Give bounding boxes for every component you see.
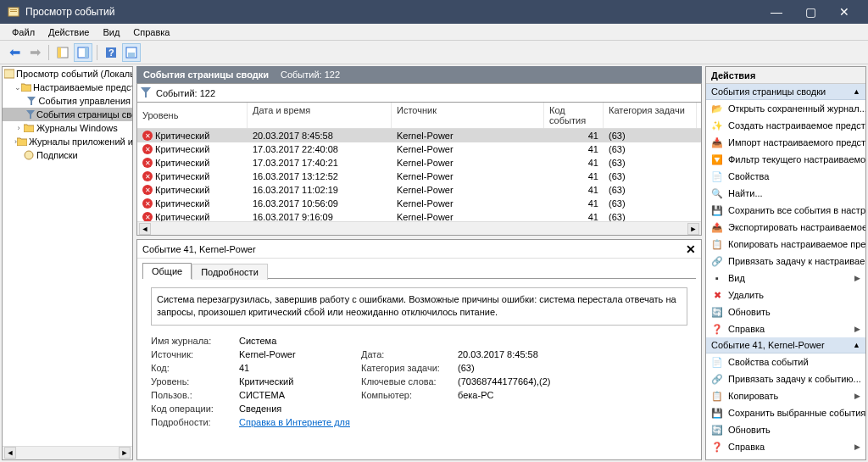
tree-subscriptions[interactable]: › Подписки: [3, 148, 132, 162]
action-icon: 🔗: [711, 373, 723, 385]
maximize-button[interactable]: ▢: [793, 0, 827, 24]
tab-details[interactable]: Подробности: [192, 264, 268, 280]
content-count: Событий: 122: [281, 70, 340, 80]
grid-row[interactable]: ✕Критический16.03.2017 13:12:52Kernel-Po…: [137, 170, 701, 183]
critical-icon: ✕: [142, 144, 153, 154]
close-button[interactable]: ✕: [827, 0, 861, 24]
folder-icon: [21, 81, 31, 93]
event-info-grid: Имя журнала: Система Источник: Kernel-Po…: [151, 336, 687, 427]
svg-point-12: [25, 151, 33, 159]
action-icon: 📥: [711, 136, 723, 148]
navigation-tree: Просмотр событий (Локальны ⌄ Настраиваем…: [2, 66, 133, 460]
events-grid: Уровень Дата и время Источник Код событи…: [136, 102, 702, 236]
action-item[interactable]: 📂Открыть сохраненный журнал...: [706, 100, 865, 117]
grid-row[interactable]: ✕Критический16.03.2017 10:56:09Kernel-Po…: [137, 197, 701, 210]
action-item[interactable]: 💾Сохранить все события в настраи...: [706, 202, 865, 219]
action-icon: ▪: [711, 272, 723, 284]
action-item[interactable]: 📥Импорт настраиваемого предста...: [706, 134, 865, 151]
filter-icon[interactable]: [141, 87, 151, 99]
action-item[interactable]: ❓Справка▶: [706, 438, 865, 455]
collapse-icon: ▲: [853, 341, 860, 349]
action-item[interactable]: 🔗Привязать задачу к настраиваем...: [706, 253, 865, 270]
action-item[interactable]: 🔗Привязать задачу к событию...: [706, 370, 865, 387]
content-title: События страницы сводки: [143, 70, 269, 80]
svg-rect-6: [85, 47, 88, 58]
detail-title: Событие 41, Kernel-Power: [142, 244, 256, 254]
action-icon: 🔽: [711, 153, 723, 165]
action-icon: 🔗: [711, 255, 723, 267]
column-datetime[interactable]: Дата и время: [248, 103, 392, 128]
filter-icon: [26, 109, 35, 120]
tree-hscrollbar[interactable]: ◄►: [3, 446, 132, 459]
action-item[interactable]: ✨Создать настраиваемое представ...: [706, 117, 865, 134]
tree-app-logs[interactable]: › Журналы приложений и сл: [3, 135, 132, 148]
action-item[interactable]: ❓Справка▶: [706, 320, 865, 337]
tree-custom-views[interactable]: ⌄ Настраиваемые представле: [3, 81, 132, 94]
submenu-icon: ▶: [854, 443, 860, 451]
column-event-id[interactable]: Код события: [544, 103, 604, 128]
critical-icon: ✕: [142, 185, 153, 195]
help-link[interactable]: Справка в Интернете для: [239, 417, 687, 427]
actions-section-2[interactable]: Событие 41, Kernel-Power ▲: [706, 337, 865, 353]
critical-icon: ✕: [142, 158, 153, 168]
toolbar-button-5[interactable]: [122, 43, 141, 62]
menu-help[interactable]: Справка: [126, 27, 176, 37]
app-icon: [7, 5, 20, 19]
show-actions-button[interactable]: [74, 43, 92, 62]
column-source[interactable]: Источник: [392, 103, 544, 128]
action-item[interactable]: ▪Вид▶: [706, 270, 865, 287]
critical-icon: ✕: [142, 212, 153, 221]
action-icon: 💾: [711, 407, 723, 419]
action-icon: 💾: [711, 204, 723, 216]
tree-summary-events[interactable]: События страницы сво: [3, 108, 132, 121]
grid-row[interactable]: ✕Критический17.03.2017 17:40:21Kernel-Po…: [137, 156, 701, 170]
forward-button[interactable]: ➡: [25, 43, 44, 62]
event-viewer-icon: [4, 68, 14, 80]
submenu-icon: ▶: [854, 274, 860, 282]
action-item[interactable]: 🔄Обновить: [706, 303, 865, 320]
tree-admin-events[interactable]: События управления: [3, 94, 132, 108]
collapse-icon[interactable]: ⌄: [14, 83, 21, 92]
menu-file[interactable]: Файл: [5, 27, 42, 37]
column-level[interactable]: Уровень: [137, 103, 248, 128]
action-item[interactable]: 📄Свойства событий: [706, 353, 865, 370]
tab-general[interactable]: Общие: [142, 263, 192, 279]
action-item[interactable]: 📋Копировать▶: [706, 387, 865, 404]
toolbar: ⬅ ➡ ?: [0, 41, 868, 64]
action-item[interactable]: 📄Свойства: [706, 168, 865, 185]
grid-row[interactable]: ✕Критический16.03.2017 11:02:19Kernel-Po…: [137, 183, 701, 197]
action-icon: 📋: [711, 238, 723, 250]
show-tree-button[interactable]: [53, 43, 72, 62]
help-button[interactable]: ?: [102, 43, 120, 62]
action-item[interactable]: 💾Сохранить выбранные события...: [706, 404, 865, 421]
grid-hscrollbar[interactable]: ◄►: [137, 221, 701, 235]
tree-windows-logs[interactable]: › Журналы Windows: [3, 121, 132, 135]
actions-title: Действия: [706, 67, 865, 84]
action-item[interactable]: 📤Экспортировать настраиваемое ...: [706, 219, 865, 236]
action-item[interactable]: 📋Копировать настраиваемое пред...: [706, 236, 865, 253]
menu-action[interactable]: Действие: [42, 27, 96, 37]
action-item[interactable]: 🔽Фильтр текущего настраиваемог...: [706, 151, 865, 168]
action-item[interactable]: 🔄Обновить: [706, 421, 865, 438]
expand-icon[interactable]: ›: [14, 124, 23, 132]
grid-row[interactable]: ✕Критический20.03.2017 8:45:58Kernel-Pow…: [137, 129, 701, 142]
content-header: События страницы сводки Событий: 122: [136, 66, 702, 83]
svg-rect-10: [128, 53, 135, 57]
tree-root[interactable]: Просмотр событий (Локальны: [3, 67, 132, 81]
svg-rect-11: [4, 70, 14, 78]
action-icon: ✨: [711, 120, 723, 131]
actions-section-1[interactable]: События страницы сводки ▲: [706, 84, 865, 100]
column-task[interactable]: Категория задачи: [604, 103, 697, 128]
grid-row[interactable]: ✕Критический17.03.2017 22:40:08Kernel-Po…: [137, 142, 701, 156]
action-icon: 🔄: [711, 424, 723, 436]
menu-view[interactable]: Вид: [96, 27, 126, 37]
grid-row[interactable]: ✕Критический16.03.2017 9:16:09Kernel-Pow…: [137, 210, 701, 221]
action-icon: 📄: [711, 170, 723, 182]
back-button[interactable]: ⬅: [5, 43, 24, 62]
action-item[interactable]: ✖Удалить: [706, 287, 865, 303]
action-item[interactable]: 🔍Найти...: [706, 185, 865, 202]
grid-header: Уровень Дата и время Источник Код событи…: [137, 103, 701, 129]
minimize-button[interactable]: —: [760, 0, 793, 24]
close-detail-button[interactable]: ✕: [686, 242, 696, 256]
critical-icon: ✕: [142, 198, 153, 209]
